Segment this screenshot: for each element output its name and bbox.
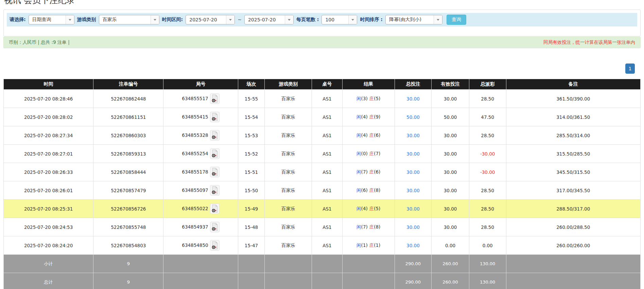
result-player: 闲 (356, 206, 361, 211)
cell-payout: 0.00 (469, 236, 506, 255)
time-sort-select[interactable]: 降幂(由大到小) (385, 15, 442, 24)
game-type-select[interactable]: 百家乐 (99, 15, 159, 24)
cell-game-type: 百家乐 (265, 200, 312, 218)
video-record-icon[interactable] (210, 222, 220, 232)
cell-game-type: 百家乐 (265, 163, 312, 181)
cell-round-id: 634855328 (163, 126, 238, 145)
caret-down-icon (66, 15, 74, 24)
grand-total-row: 总计 9 290.00 260.00 130.00 (4, 273, 641, 289)
table-row: 2025-07-20 08:24:53 522670855748 6348549… (4, 218, 641, 236)
video-record-icon[interactable] (210, 148, 220, 159)
total-bet-link[interactable]: 30.00 (406, 151, 420, 157)
page-size-value: 100 (325, 17, 334, 22)
column-header: 局号 (163, 79, 238, 90)
cell-game-type: 百家乐 (265, 218, 312, 236)
cell-bet-id: 522670858444 (93, 163, 163, 181)
cell-session: 15-52 (238, 145, 265, 163)
query-type-value: 日期查询 (32, 17, 51, 23)
table-row: 2025-07-20 08:26:33 522670858444 6348551… (4, 163, 641, 181)
page-size-label: 每页笔数 : (296, 17, 319, 23)
total-bet-link[interactable]: 30.00 (406, 224, 420, 230)
video-record-icon[interactable] (210, 185, 220, 196)
cell-session: 15-49 (238, 200, 265, 218)
cell-total-bet: 30.00 (395, 200, 432, 218)
cell-bet-id: 522670861151 (93, 108, 163, 126)
cell-table-no: AS1 (312, 218, 342, 236)
page-size-select[interactable]: 100 (321, 15, 357, 24)
subtotal-count: 9 (93, 255, 163, 273)
cell-time: 2025-07-20 08:24:20 (4, 236, 93, 255)
video-record-icon[interactable] (210, 240, 220, 251)
total-bet-link[interactable]: 30.00 (406, 133, 420, 138)
video-record-icon[interactable] (210, 93, 220, 104)
date-from-select[interactable]: 2025-07-20 (186, 15, 235, 24)
query-type-select[interactable]: 日期查询 (29, 15, 74, 24)
total-bet-link[interactable]: 30.00 (406, 206, 420, 212)
cell-total-bet: 30.00 (395, 218, 432, 236)
total-count: 9 (93, 273, 163, 289)
total-label: 总计 (4, 273, 93, 289)
cell-session: 15-48 (238, 218, 265, 236)
cell-valid-bet: 30.00 (432, 218, 469, 236)
cell-session: 15-51 (238, 163, 265, 181)
cell-session: 15-53 (238, 126, 265, 145)
result-player: 闲 (356, 151, 361, 156)
total-bet-link[interactable]: 30.00 (406, 169, 420, 175)
subtotal-valid-bet: 260.00 (432, 255, 469, 273)
cell-game-type: 百家乐 (265, 145, 312, 163)
column-header: 总投注 (395, 79, 432, 90)
video-record-icon[interactable] (210, 167, 220, 177)
caret-down-icon (226, 15, 234, 24)
date-to-select[interactable]: 2025-07-20 (244, 15, 294, 24)
result-banker: 庄 (369, 114, 374, 120)
total-bet-link[interactable]: 30.00 (406, 96, 420, 102)
total-total-bet: 290.00 (395, 273, 432, 289)
cell-valid-bet: 30.00 (432, 181, 469, 200)
column-header: 备注 (506, 79, 641, 90)
query-button[interactable]: 查询 (447, 15, 466, 25)
cell-payout: -30.00 (469, 163, 506, 181)
total-bet-link[interactable]: 30.00 (406, 243, 420, 248)
caret-down-icon (434, 15, 442, 24)
total-bet-link[interactable]: 30.00 (406, 188, 420, 193)
video-record-icon[interactable] (210, 203, 220, 214)
cell-valid-bet: 30.00 (432, 200, 469, 218)
date-to-value: 2025-07-20 (248, 17, 276, 22)
column-header: 注单编号 (93, 79, 163, 90)
cell-bet-id: 522670854803 (93, 236, 163, 255)
caret-down-icon (285, 15, 293, 24)
cell-valid-bet: 50.00 (432, 108, 469, 126)
result-banker: 庄 (369, 132, 374, 138)
result-banker: 庄 (369, 151, 374, 156)
result-player: 闲 (356, 114, 361, 120)
game-type-label: 游戏类别 (77, 17, 96, 23)
cell-total-bet: 30.00 (395, 181, 432, 200)
page-button-1[interactable]: 1 (625, 64, 635, 74)
result-player: 闲 (356, 242, 361, 248)
result-banker: 庄 (369, 224, 374, 230)
table-row: 2025-07-20 08:26:01 522670857479 6348550… (4, 181, 641, 200)
column-header: 桌号 (312, 79, 342, 90)
cell-bet-id: 522670860303 (93, 126, 163, 145)
select-type-label: 请选择: (10, 17, 26, 23)
pagination: 1 (3, 64, 641, 74)
cell-game-type: 百家乐 (265, 126, 312, 145)
cell-result: 闲(3)庄(5) (342, 90, 395, 108)
total-bet-link[interactable]: 50.00 (406, 114, 420, 120)
cell-game-type: 百家乐 (265, 108, 312, 126)
video-record-icon[interactable] (210, 130, 220, 141)
cell-result: 闲(6)庄(8) (342, 181, 395, 200)
betting-records-table: 时间注单编号局号场次游戏类别桌号结果总投注有效投注总派彩备注 2025-07-2… (3, 79, 641, 289)
table-row: 2025-07-20 08:27:34 522670860303 6348553… (4, 126, 641, 145)
cell-bet-id: 522670862448 (93, 90, 163, 108)
cell-table-no: AS1 (312, 200, 342, 218)
subtotal-payout: 130.00 (469, 255, 506, 273)
cell-result: 闲(4)庄(6) (342, 126, 395, 145)
cell-time: 2025-07-20 08:27:34 (4, 126, 93, 145)
result-banker: 庄 (369, 242, 374, 248)
cell-remark: 314.00/361.50 (506, 108, 641, 126)
cell-total-bet: 30.00 (395, 126, 432, 145)
table-header-row: 时间注单编号局号场次游戏类别桌号结果总投注有效投注总派彩备注 (4, 79, 641, 90)
video-record-icon[interactable] (210, 112, 220, 122)
betting-records-page: 视讯 会员下注纪录 请选择: 日期查询 游戏类别 百家乐 时间区间: 2025-… (0, 0, 644, 289)
